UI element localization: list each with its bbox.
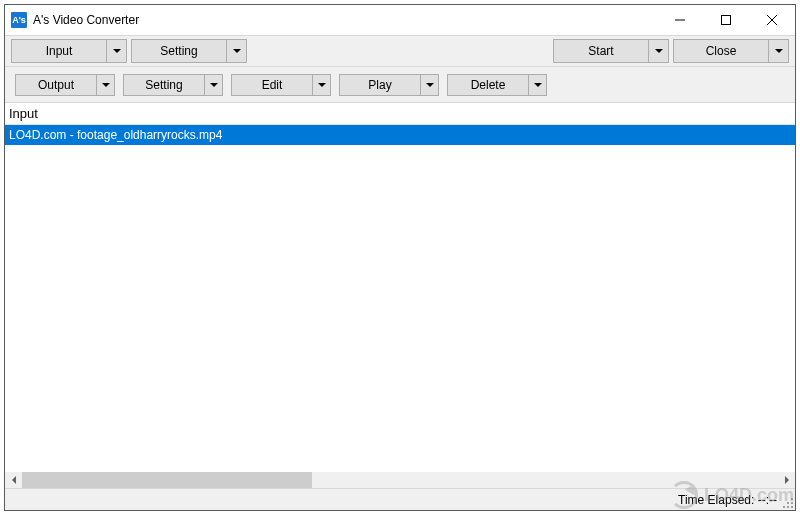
edit-button[interactable]: Edit [231, 74, 331, 96]
chevron-down-icon [113, 47, 121, 55]
delete-button[interactable]: Delete [447, 74, 547, 96]
minimize-button[interactable] [657, 5, 703, 35]
play-button[interactable]: Play [339, 74, 439, 96]
resize-grip[interactable] [781, 496, 793, 508]
edit-button-dropdown[interactable] [313, 74, 331, 96]
chevron-down-icon [655, 47, 663, 55]
chevron-down-icon [102, 81, 110, 89]
content-area: Input LO4D.com - footage_oldharryrocks.m… [5, 103, 795, 488]
start-button[interactable]: Start [553, 39, 669, 63]
svg-marker-5 [233, 49, 241, 53]
play-button-dropdown[interactable] [421, 74, 439, 96]
maximize-icon [721, 15, 731, 25]
scroll-right-button[interactable] [778, 472, 795, 488]
setting-button-sub-label[interactable]: Setting [123, 74, 205, 96]
chevron-right-icon [783, 476, 791, 484]
svg-marker-11 [426, 83, 434, 87]
close-button[interactable]: Close [673, 39, 789, 63]
toolbar-top: Input Setting Start Close [5, 35, 795, 67]
chevron-left-icon [10, 476, 18, 484]
setting-button-sub-dropdown[interactable] [205, 74, 223, 96]
play-button-label[interactable]: Play [339, 74, 421, 96]
close-window-button[interactable] [749, 5, 795, 35]
svg-marker-4 [113, 49, 121, 53]
window-title: A's Video Converter [33, 13, 139, 27]
setting-button-top-label[interactable]: Setting [131, 39, 227, 63]
app-window: A's A's Video Converter Input Setting [4, 4, 796, 511]
output-button[interactable]: Output [15, 74, 115, 96]
setting-button-sub[interactable]: Setting [123, 74, 223, 96]
svg-marker-9 [210, 83, 218, 87]
svg-marker-8 [102, 83, 110, 87]
toolbar-sub: Output Setting Edit Play Delete [5, 67, 795, 103]
setting-button-top[interactable]: Setting [131, 39, 247, 63]
app-icon: A's [11, 12, 27, 28]
maximize-button[interactable] [703, 5, 749, 35]
output-button-label[interactable]: Output [15, 74, 97, 96]
chevron-down-icon [534, 81, 542, 89]
svg-marker-12 [534, 83, 542, 87]
svg-marker-7 [775, 49, 783, 53]
delete-button-label[interactable]: Delete [447, 74, 529, 96]
start-button-dropdown[interactable] [649, 39, 669, 63]
start-button-label[interactable]: Start [553, 39, 649, 63]
chevron-down-icon [233, 47, 241, 55]
titlebar: A's A's Video Converter [5, 5, 795, 35]
time-elapsed-value: --:-- [758, 493, 777, 507]
input-button-label[interactable]: Input [11, 39, 107, 63]
delete-button-dropdown[interactable] [529, 74, 547, 96]
close-button-label[interactable]: Close [673, 39, 769, 63]
scroll-track[interactable] [22, 472, 778, 488]
svg-marker-14 [785, 476, 789, 484]
file-list[interactable]: LO4D.com - footage_oldharryrocks.mp4 [5, 125, 795, 471]
close-icon [767, 15, 777, 25]
time-elapsed-label: Time Elapsed: [678, 493, 754, 507]
chevron-down-icon [775, 47, 783, 55]
output-button-dropdown[interactable] [97, 74, 115, 96]
column-header-input[interactable]: Input [5, 103, 795, 125]
svg-rect-1 [722, 16, 731, 25]
statusbar: Time Elapsed: --:-- [5, 488, 795, 510]
chevron-down-icon [318, 81, 326, 89]
svg-marker-10 [318, 83, 326, 87]
minimize-icon [675, 15, 685, 25]
input-button-dropdown[interactable] [107, 39, 127, 63]
horizontal-scrollbar[interactable] [5, 471, 795, 488]
scroll-thumb[interactable] [22, 472, 312, 488]
chevron-down-icon [210, 81, 218, 89]
window-controls [657, 5, 795, 35]
setting-button-top-dropdown[interactable] [227, 39, 247, 63]
chevron-down-icon [426, 81, 434, 89]
input-button[interactable]: Input [11, 39, 127, 63]
scroll-left-button[interactable] [5, 472, 22, 488]
edit-button-label[interactable]: Edit [231, 74, 313, 96]
list-item[interactable]: LO4D.com - footage_oldharryrocks.mp4 [5, 125, 795, 145]
close-button-dropdown[interactable] [769, 39, 789, 63]
svg-marker-13 [12, 476, 16, 484]
svg-marker-6 [655, 49, 663, 53]
